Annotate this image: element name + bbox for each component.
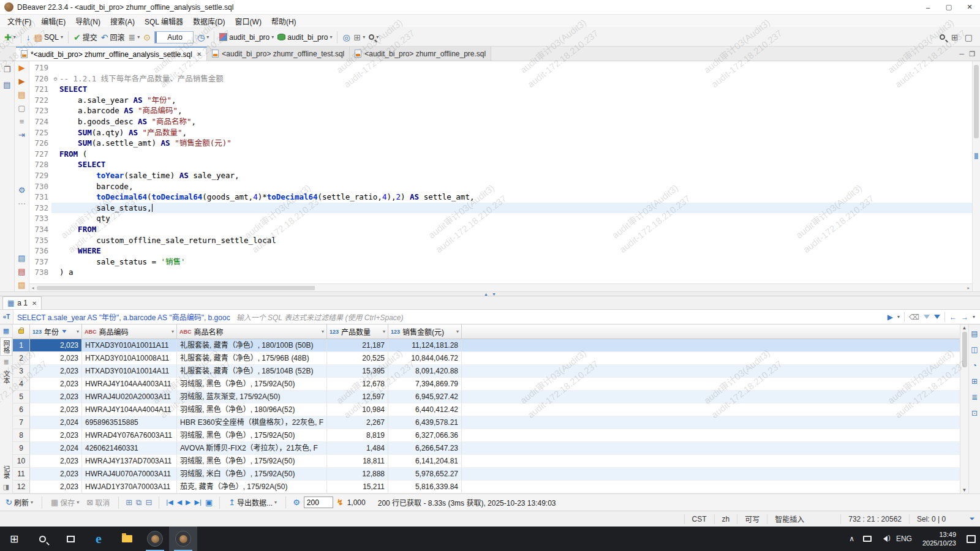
grid-cell[interactable]: 20,525: [327, 352, 388, 365]
transaction-log-button[interactable]: ≣▾: [127, 30, 142, 45]
code-text[interactable]: b.goods_desc AS "商品名称",: [59, 116, 972, 127]
code-line-721[interactable]: 721SELECT: [29, 84, 972, 95]
row-number[interactable]: 12: [13, 481, 30, 493]
grid-view-tab[interactable]: 网格: [0, 337, 12, 356]
grid-cell[interactable]: 18,811: [327, 455, 388, 468]
column-header-4[interactable]: 123销售金额(元)▾: [388, 324, 462, 339]
list-icon[interactable]: ≡: [20, 118, 24, 126]
grid-cell[interactable]: HBR E360安全座椅（棋盘格灰），22灰色, F: [177, 416, 327, 429]
grid-cell[interactable]: 12,678: [327, 378, 388, 391]
forward-icon[interactable]: →: [961, 313, 968, 321]
grid-cell[interactable]: 6958963515885: [82, 416, 177, 429]
dbeaver-taskbar-button-2[interactable]: [169, 527, 197, 551]
schema-selector[interactable]: audit_bi_pro▾: [276, 30, 334, 45]
back-icon[interactable]: ←: [949, 313, 957, 321]
grid-cell[interactable]: 2,023: [30, 481, 82, 493]
background-tasks-icon[interactable]: ⏷: [964, 515, 980, 523]
code-line-720[interactable]: 720⊖-- 1.2.1 线下每年各产品数量、产品销售金额: [29, 73, 972, 84]
calc-panel-icon[interactable]: ⊡: [971, 409, 978, 418]
grid-cell[interactable]: 8,091,420.88: [388, 365, 462, 378]
menu-item-7[interactable]: 帮助(H): [266, 15, 301, 28]
filter-history-icon[interactable]: ▾: [897, 314, 900, 320]
code-text[interactable]: a.sale_year AS "年份",: [59, 95, 972, 106]
grid-cell[interactable]: 6,141,204.81: [388, 455, 462, 468]
results-tab[interactable]: ▦ a 1 ✕: [2, 296, 42, 309]
code-text[interactable]: sale_status,: [59, 203, 972, 214]
grid-cell[interactable]: HWRAJ4Y104AA4004A11: [82, 403, 177, 416]
refresh-timer-button[interactable]: ◷▾: [195, 30, 211, 45]
row-number[interactable]: 7: [13, 416, 30, 429]
grid-cell[interactable]: 羽绒服, 米白（净色）, 175/92A(50): [177, 468, 327, 481]
text-view-tab[interactable]: 文本: [1, 369, 12, 386]
code-text[interactable]: barcode,: [59, 181, 972, 192]
menu-item-0[interactable]: 文件(F): [2, 15, 36, 28]
table-row-10[interactable]: 102,023HWRAJ4Y137AD7003A11羽绒服, 黑色（净色）, 1…: [13, 455, 960, 468]
record-view-tab[interactable]: 记录: [1, 463, 12, 481]
code-text[interactable]: ) a: [59, 267, 972, 278]
layout-button[interactable]: ⊞▾: [352, 30, 368, 45]
editor-tab-1[interactable]: <audit_bi_pro> zhumr_offline_test.sql: [207, 47, 350, 61]
code-text[interactable]: SUM(a.qty) AS "产品数量",: [59, 127, 972, 138]
close-button[interactable]: ✕: [959, 0, 980, 14]
save-button[interactable]: ▦保存▾: [49, 495, 81, 510]
grid-cell[interactable]: 6,439,578.21: [388, 416, 462, 429]
code-line-735[interactable]: 735 custom_offline_sale_return_settle_lo…: [29, 235, 972, 246]
code-text[interactable]: [59, 62, 972, 73]
grid-cell[interactable]: 15,211: [327, 481, 388, 493]
action-center-button[interactable]: [962, 527, 980, 551]
editor-results-splitter[interactable]: ▲ ▼: [0, 291, 980, 296]
restore-panel-icon[interactable]: ❐: [4, 65, 11, 74]
grid-vertical-scrollbar[interactable]: ▲ ▼: [960, 324, 968, 493]
row-number[interactable]: 8: [13, 429, 30, 442]
grid-cell[interactable]: 6,327,066.36: [388, 429, 462, 442]
grouping-panel-icon[interactable]: ⊞: [971, 377, 978, 386]
table-row-9[interactable]: 92,0244260621460331AVOVA 斯博贝-FIX2（考拉灰），2…: [13, 442, 960, 455]
editor-horizontal-scrollbar[interactable]: ◂ ▸: [29, 283, 972, 291]
code-text[interactable]: SUM(a.settle_amt) AS "销售金额(元)": [59, 138, 972, 149]
refresh-button[interactable]: ↻刷新▾: [4, 495, 35, 510]
code-line-730[interactable]: 730 barcode,: [29, 181, 972, 192]
fetch-size-input[interactable]: [304, 497, 333, 508]
taskbar-search-button[interactable]: [28, 527, 56, 551]
code-text[interactable]: FROM (: [59, 149, 972, 160]
grid-cell[interactable]: 21,187: [327, 339, 388, 352]
grid-cell[interactable]: 礼服套装, 藏青（净色）, 180/100B (50B): [177, 339, 327, 352]
menu-item-4[interactable]: SQL 编辑器: [140, 15, 188, 28]
grid-cell[interactable]: 8,819: [327, 429, 388, 442]
grid-cell[interactable]: HTXAD3Y010A10008A11: [82, 352, 177, 365]
code-text[interactable]: a.barcode AS "商品编码",: [59, 105, 972, 116]
scroll-down-icon[interactable]: ▼: [962, 487, 967, 493]
grid-cell[interactable]: 2,023: [30, 352, 82, 365]
delete-row-icon[interactable]: ⊟: [145, 498, 152, 507]
grid-cell[interactable]: 2,023: [30, 429, 82, 442]
code-line-722[interactable]: 722 a.sale_year AS "年份",: [29, 95, 972, 106]
table-row-1[interactable]: 12,023HTXAD3Y010A10011A11礼服套装, 藏青（净色）, 1…: [13, 339, 960, 352]
menu-item-3[interactable]: 搜索(A): [105, 15, 140, 28]
grid-cell[interactable]: 2,023: [30, 403, 82, 416]
text-view-icon[interactable]: ≣: [3, 358, 9, 366]
column-menu-icon[interactable]: ▾: [456, 329, 459, 334]
start-button[interactable]: ⊞: [0, 527, 28, 551]
ie-browser-button[interactable]: e: [85, 527, 113, 551]
column-menu-icon[interactable]: ▾: [172, 329, 174, 334]
code-line-725[interactable]: 725 SUM(a.qty) AS "产品数量",: [29, 127, 972, 138]
execute-script-icon[interactable]: ▶: [19, 77, 25, 85]
splitter-up-icon[interactable]: ▲: [484, 292, 488, 296]
row-number[interactable]: 5: [13, 391, 30, 403]
remove-filter-icon[interactable]: [924, 315, 930, 319]
close-results-icon[interactable]: ✕: [32, 300, 37, 307]
scroll-left-icon[interactable]: ◂: [31, 285, 34, 291]
grid-cell[interactable]: 12,888: [327, 468, 388, 481]
new-connection-button[interactable]: ✚▾: [2, 30, 18, 45]
grid-cell[interactable]: HWRAJ4Y104AA4003A11: [82, 378, 177, 391]
grid-cell[interactable]: 10,844,046.72: [388, 352, 462, 365]
editor-tab-2[interactable]: <audit_bi_pro> zhumr_offline_pre.sql: [350, 47, 491, 61]
code-line-727[interactable]: 727FROM (: [29, 149, 972, 160]
grid-cell[interactable]: 羽绒服, 黑色（净色）, 175/92A(50): [177, 455, 327, 468]
grid-cell[interactable]: 5,816,339.84: [388, 481, 462, 493]
grid-cell[interactable]: 2,023: [30, 339, 82, 352]
open-perspective-icon[interactable]: ⊞: [951, 33, 959, 42]
grid-cell[interactable]: 6,266,547.23: [388, 442, 462, 455]
grid-cell[interactable]: 2,023: [30, 455, 82, 468]
code-line-734[interactable]: 734 FROM: [29, 224, 972, 235]
